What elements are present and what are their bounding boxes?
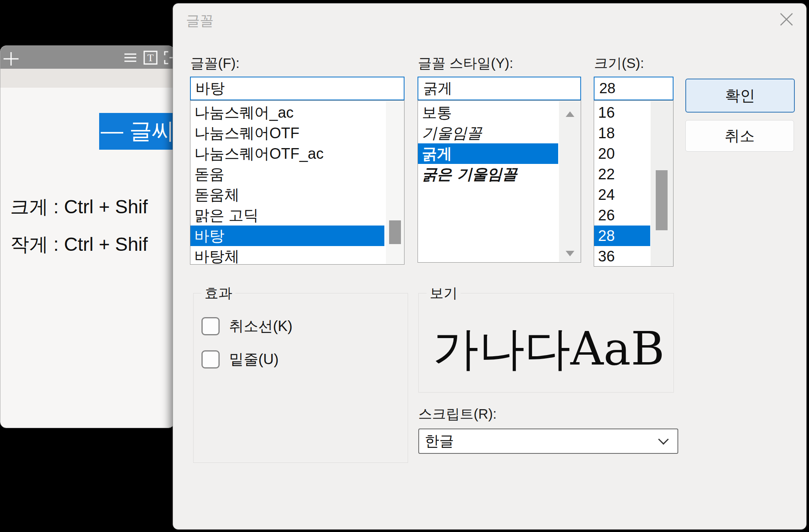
size-list-item[interactable]: 26 bbox=[594, 205, 650, 226]
strikethrough-checkbox[interactable] bbox=[201, 317, 220, 335]
strikethrough-checkbox-row: 취소선(K) bbox=[201, 316, 292, 336]
size-list-item[interactable]: 16 bbox=[594, 102, 650, 123]
underline-checkbox-label[interactable]: 밑줄(U) bbox=[229, 350, 278, 369]
style-list-item-selected[interactable]: 굵게 bbox=[418, 143, 558, 164]
font-list-item[interactable]: 바탕체 bbox=[190, 246, 384, 265]
plus-icon[interactable] bbox=[4, 52, 19, 67]
style-list-item[interactable]: 보통 bbox=[418, 102, 558, 123]
size-listbox: 16 18 20 22 24 26 28 36 bbox=[594, 100, 674, 267]
style-list-scrollbar[interactable] bbox=[559, 101, 581, 262]
font-style-input[interactable]: 굵게 bbox=[418, 77, 581, 100]
font-list-item[interactable]: 돋움체 bbox=[190, 184, 384, 205]
screen: T — 글씨 크게 : Ctrl + Shif 작게 : Ctrl + Shif bbox=[0, 0, 809, 532]
font-label: 글꼴(F): bbox=[190, 54, 239, 73]
style-list-item[interactable]: 기울임꼴 bbox=[418, 123, 558, 143]
font-input[interactable]: 바탕 bbox=[190, 77, 404, 100]
menu-icon[interactable] bbox=[123, 51, 137, 66]
font-dialog: 글꼴 글꼴(F): 글꼴 스타일(Y): 크기(S): 바탕 굵게 28 나눔스… bbox=[173, 3, 807, 530]
text-box-icon[interactable]: T bbox=[143, 51, 158, 66]
cancel-button[interactable]: 취소 bbox=[685, 120, 794, 152]
font-list-item[interactable]: 나눔스퀘어OTF_ac bbox=[190, 143, 384, 164]
font-list-item[interactable]: 돋움 bbox=[190, 164, 384, 184]
selected-text-highlight: — 글씨 bbox=[99, 113, 174, 150]
style-list-item[interactable]: 굵은 기울임꼴 bbox=[418, 164, 558, 184]
background-window: T — 글씨 크게 : Ctrl + Shif 작게 : Ctrl + Shif bbox=[0, 45, 175, 428]
size-list-item[interactable]: 36 bbox=[594, 246, 650, 267]
font-list-item[interactable]: 맑은 고딕 bbox=[190, 205, 384, 226]
strikethrough-checkbox-label[interactable]: 취소선(K) bbox=[229, 316, 292, 336]
size-list-item[interactable]: 18 bbox=[594, 123, 650, 143]
chevron-down-icon bbox=[658, 434, 669, 445]
font-list-scrollbar[interactable] bbox=[386, 101, 404, 264]
script-label: 스크립트(R): bbox=[418, 405, 497, 423]
size-list-item[interactable]: 20 bbox=[594, 143, 650, 164]
preview-group-label: 보기 bbox=[427, 284, 461, 303]
background-window-toolbar-strip bbox=[0, 69, 174, 88]
font-preview-sample: 가나다AaB bbox=[433, 323, 670, 374]
effects-group: 효과 취소선(K) 밑줄(U) bbox=[193, 293, 408, 463]
font-listbox: 나눔스퀘어_ac 나눔스퀘어OTF 나눔스퀘어OTF_ac 돋움 돋움체 맑은 … bbox=[190, 100, 404, 265]
shortcut-text-line: 크게 : Ctrl + Shif bbox=[10, 196, 148, 218]
underline-checkbox[interactable] bbox=[201, 350, 220, 368]
scroll-up-arrow-icon[interactable] bbox=[566, 111, 574, 117]
size-list-item[interactable]: 22 bbox=[594, 164, 650, 184]
size-list-scrollbar[interactable] bbox=[651, 101, 673, 266]
background-window-titlebar[interactable]: T bbox=[0, 46, 174, 69]
size-label: 크기(S): bbox=[594, 54, 644, 73]
effects-group-label: 효과 bbox=[201, 284, 235, 303]
close-icon[interactable] bbox=[777, 10, 796, 29]
scroll-down-arrow-icon[interactable] bbox=[566, 251, 574, 256]
scrollbar-thumb[interactable] bbox=[656, 170, 668, 230]
font-list-item[interactable]: 나눔스퀘어OTF bbox=[190, 123, 384, 143]
font-list-item-selected[interactable]: 바탕 bbox=[190, 226, 384, 246]
font-list-item[interactable]: 나눔스퀘어_ac bbox=[190, 102, 384, 123]
script-dropdown-value: 한글 bbox=[425, 431, 454, 451]
underline-checkbox-row: 밑줄(U) bbox=[201, 350, 278, 369]
highlighted-text: — 글씨 bbox=[101, 116, 174, 147]
titlebar-icon-group: T bbox=[123, 51, 175, 66]
preview-group: 보기 가나다AaB bbox=[418, 293, 674, 393]
size-list-item-selected[interactable]: 28 bbox=[594, 226, 650, 246]
font-style-listbox: 보통 기울임꼴 굵게 굵은 기울임꼴 bbox=[418, 100, 581, 263]
font-style-label: 글꼴 스타일(Y): bbox=[418, 54, 513, 73]
shortcut-text-line: 작게 : Ctrl + Shif bbox=[10, 233, 148, 255]
scrollbar-thumb[interactable] bbox=[389, 220, 401, 244]
dialog-title: 글꼴 bbox=[186, 11, 214, 30]
size-list-item[interactable]: 24 bbox=[594, 184, 650, 205]
script-dropdown[interactable]: 한글 bbox=[418, 429, 678, 454]
ok-button[interactable]: 확인 bbox=[685, 79, 795, 113]
size-input[interactable]: 28 bbox=[594, 77, 674, 100]
svg-text:T: T bbox=[147, 52, 154, 64]
